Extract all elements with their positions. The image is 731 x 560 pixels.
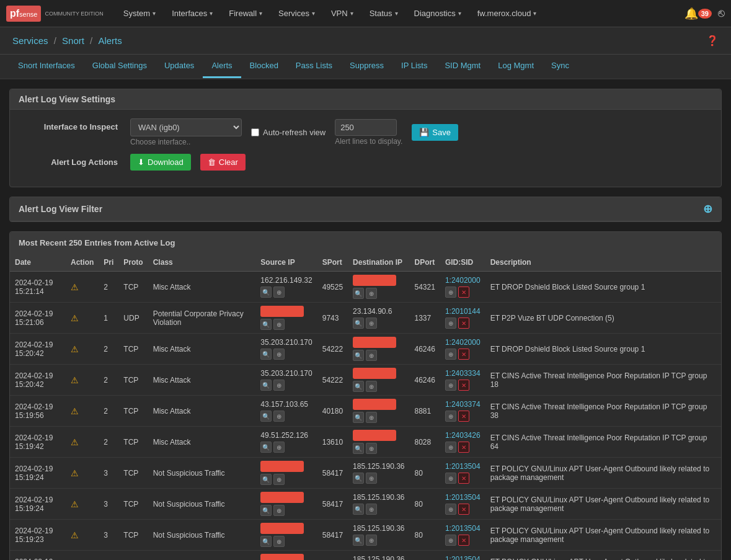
sid-link[interactable]: 1:2402000 <box>445 338 481 347</box>
logo[interactable]: pfsense COMMUNITY EDITION <box>6 6 104 22</box>
search-dest-icon[interactable]: 🔍 <box>353 412 364 423</box>
nav-item-vpn[interactable]: VPN ▾ <box>324 5 361 22</box>
auto-refresh-checkbox[interactable] <box>251 128 259 136</box>
sid-link[interactable]: 1:2403374 <box>445 400 481 409</box>
sid-delete-icon[interactable]: ✕ <box>458 349 469 360</box>
add-source-icon[interactable]: ⊕ <box>273 349 285 360</box>
tab-suppress[interactable]: Suppress <box>341 55 392 78</box>
search-source-icon[interactable]: 🔍 <box>260 536 272 547</box>
sid-add-icon[interactable]: ⊕ <box>445 504 456 515</box>
tab-log-mgmt[interactable]: Log Mgmt <box>489 55 543 78</box>
save-button[interactable]: 💾 Save <box>412 124 458 141</box>
sid-delete-icon[interactable]: ✕ <box>458 380 469 391</box>
nav-item-services[interactable]: Services ▾ <box>271 5 322 22</box>
nav-item-status[interactable]: Status ▾ <box>362 5 405 22</box>
add-dest-icon[interactable]: ⊕ <box>366 443 377 454</box>
tab-pass-lists[interactable]: Pass Lists <box>287 55 341 78</box>
search-source-icon[interactable]: 🔍 <box>260 349 272 360</box>
search-source-icon[interactable]: 🔍 <box>260 380 272 391</box>
search-dest-icon[interactable]: 🔍 <box>353 535 364 546</box>
search-dest-icon[interactable]: 🔍 <box>353 288 364 299</box>
add-source-icon[interactable]: ⊕ <box>273 536 285 547</box>
sid-link[interactable]: 1:2013504 <box>445 493 481 502</box>
sid-delete-icon[interactable]: ✕ <box>458 318 469 329</box>
sid-add-icon[interactable]: ⊕ <box>445 442 456 453</box>
add-dest-icon[interactable]: ⊕ <box>366 288 377 299</box>
sid-link[interactable]: 1:2403426 <box>445 431 481 440</box>
sid-delete-icon[interactable]: ✕ <box>458 473 469 484</box>
sid-delete-icon[interactable]: ✕ <box>458 442 469 453</box>
add-dest-icon[interactable]: ⊕ <box>366 350 377 361</box>
add-dest-icon[interactable]: ⊕ <box>366 535 377 546</box>
nav-item-fw[interactable]: fw.merox.cloud ▾ <box>470 5 544 22</box>
search-source-icon[interactable]: 🔍 <box>260 319 272 330</box>
search-dest-icon[interactable]: 🔍 <box>353 318 364 329</box>
search-source-icon[interactable]: 🔍 <box>260 411 272 422</box>
add-source-icon[interactable]: ⊕ <box>273 287 285 298</box>
add-source-icon[interactable]: ⊕ <box>273 411 285 422</box>
add-dest-icon[interactable]: ⊕ <box>366 412 377 423</box>
sid-link[interactable]: 1:2013504 <box>445 555 481 560</box>
sid-delete-icon[interactable]: ✕ <box>458 504 469 515</box>
search-source-icon[interactable]: 🔍 <box>260 505 272 516</box>
sid-add-icon[interactable]: ⊕ <box>445 318 456 329</box>
search-source-icon[interactable]: 🔍 <box>260 474 272 485</box>
tab-alerts[interactable]: Alerts <box>203 55 241 78</box>
add-dest-icon[interactable]: ⊕ <box>366 381 377 392</box>
tab-ip-lists[interactable]: IP Lists <box>392 55 436 78</box>
sid-add-icon[interactable]: ⊕ <box>445 473 456 484</box>
sid-link[interactable]: 1:2010144 <box>445 307 481 316</box>
tab-sync[interactable]: Sync <box>543 55 578 78</box>
bell-icon: 🔔 <box>684 7 698 20</box>
add-source-icon[interactable]: ⊕ <box>273 319 285 330</box>
sid-delete-icon[interactable]: ✕ <box>458 411 469 422</box>
tab-global-settings[interactable]: Global Settings <box>84 55 156 78</box>
sid-link[interactable]: 1:2013504 <box>445 462 481 471</box>
help-icon[interactable]: ❓ <box>706 35 719 47</box>
logout-icon[interactable]: ⎋ <box>718 7 725 20</box>
sid-delete-icon[interactable]: ✕ <box>458 535 469 546</box>
alert-lines-input[interactable] <box>335 119 397 136</box>
alert-lines-wrapper: Alert lines to display. <box>335 119 402 146</box>
tab-snort-interfaces[interactable]: Snort Interfaces <box>9 55 84 78</box>
sid-link[interactable]: 1:2403334 <box>445 369 481 378</box>
sid-link[interactable]: 1:2013504 <box>445 524 481 533</box>
tab-blocked[interactable]: Blocked <box>241 55 287 78</box>
nav-item-interfaces[interactable]: Interfaces ▾ <box>164 5 220 22</box>
search-dest-icon[interactable]: 🔍 <box>353 473 364 484</box>
notifications[interactable]: 🔔 39 <box>684 7 712 20</box>
cell-gid-sid: 1:2402000 ⊕ ✕ <box>440 334 485 365</box>
sid-add-icon[interactable]: ⊕ <box>445 411 456 422</box>
sid-delete-icon[interactable]: ✕ <box>458 287 469 298</box>
tab-updates[interactable]: Updates <box>156 55 203 78</box>
tab-sid-mgmt[interactable]: SID Mgmt <box>436 55 489 78</box>
nav-item-firewall[interactable]: Firewall ▾ <box>221 5 270 22</box>
auto-refresh-wrapper[interactable]: Auto-refresh view <box>251 128 326 137</box>
search-source-icon[interactable]: 🔍 <box>260 442 272 453</box>
add-dest-icon[interactable]: ⊕ <box>366 318 377 329</box>
sid-add-icon[interactable]: ⊕ <box>445 349 456 360</box>
expand-filter-icon[interactable]: ⊕ <box>703 202 712 216</box>
add-source-icon[interactable]: ⊕ <box>273 505 285 516</box>
search-dest-icon[interactable]: 🔍 <box>353 443 364 454</box>
download-button[interactable]: ⬇ Download <box>130 154 191 171</box>
sid-link[interactable]: 1:2402000 <box>445 276 481 285</box>
clear-button[interactable]: 🗑 Clear <box>200 154 246 171</box>
nav-item-diagnostics[interactable]: Diagnostics ▾ <box>407 5 469 22</box>
search-dest-icon[interactable]: 🔍 <box>353 504 364 515</box>
add-source-icon[interactable]: ⊕ <box>273 474 285 485</box>
add-dest-icon[interactable]: ⊕ <box>366 504 377 515</box>
breadcrumb-snort[interactable]: Snort <box>62 35 84 46</box>
interface-select[interactable]: WAN (igb0) <box>130 118 242 136</box>
breadcrumb-services[interactable]: Services <box>12 35 48 46</box>
sid-add-icon[interactable]: ⊕ <box>445 535 456 546</box>
nav-item-system[interactable]: System ▾ <box>116 5 163 22</box>
search-source-icon[interactable]: 🔍 <box>260 287 272 298</box>
search-dest-icon[interactable]: 🔍 <box>353 381 364 392</box>
sid-add-icon[interactable]: ⊕ <box>445 287 456 298</box>
add-dest-icon[interactable]: ⊕ <box>366 473 377 484</box>
add-source-icon[interactable]: ⊕ <box>273 442 285 453</box>
add-source-icon[interactable]: ⊕ <box>273 380 285 391</box>
sid-add-icon[interactable]: ⊕ <box>445 380 456 391</box>
search-dest-icon[interactable]: 🔍 <box>353 350 364 361</box>
